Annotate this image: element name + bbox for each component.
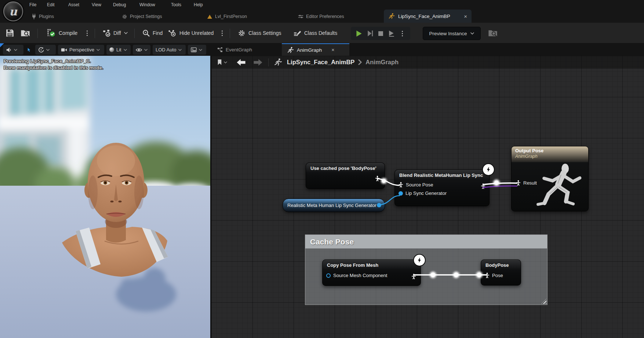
viewport-options-button[interactable] <box>3 45 23 55</box>
source-pose-input-pin[interactable] <box>399 182 403 188</box>
preview-instance-dropdown[interactable]: Preview Instance <box>423 27 481 40</box>
class-settings-button[interactable]: Class Settings <box>238 23 281 43</box>
toolbar-separator <box>134 29 135 38</box>
class-defaults-button[interactable]: Class Defaults <box>294 23 337 43</box>
stop-icon[interactable] <box>378 31 383 36</box>
skip-to-end-icon[interactable] <box>389 30 394 37</box>
breadcrumb-root[interactable]: LipSync_Face_AnimBP <box>287 59 354 66</box>
pose-input-pin[interactable] <box>485 273 490 278</box>
menu-view[interactable]: View <box>92 2 101 7</box>
node-lipsync-generator-variable[interactable]: Realistic Meta Human Lip Sync Generator <box>283 199 385 212</box>
mannequin-graphic <box>534 163 587 209</box>
lod-dropdown[interactable]: LOD Auto <box>153 45 186 55</box>
fast-path-badge <box>482 163 495 176</box>
lightning-icon <box>416 257 422 263</box>
tab-animgraph[interactable]: AnimGraph × <box>282 43 349 56</box>
simulation-controls <box>351 27 410 40</box>
show-flags-dropdown[interactable] <box>133 45 150 55</box>
transform-tool-button[interactable] <box>35 45 56 55</box>
unreal-logo-icon: u <box>3 1 23 21</box>
folder-search-icon <box>21 29 30 37</box>
secondary-strip: Perspective Lit LOD Auto EventGraph Anim <box>0 43 644 56</box>
save-button[interactable] <box>6 23 14 43</box>
breadcrumb-runner-icon <box>274 58 282 66</box>
bookmark-button[interactable] <box>217 59 227 65</box>
browse-asset-button[interactable] <box>21 23 30 43</box>
chevron-down-icon <box>97 49 100 51</box>
node-copy-pose-from-mesh[interactable]: Copy Pose From Mesh Source Mesh Componen… <box>322 259 421 286</box>
node-body-pose[interactable]: BodyPose Pose <box>481 259 521 286</box>
select-tool-button[interactable] <box>24 45 34 55</box>
pose-output-pin[interactable] <box>411 274 416 279</box>
step-forward-icon[interactable] <box>367 30 373 37</box>
lip-sync-generator-input-pin[interactable] <box>399 191 403 196</box>
unreal-editor-window: File Edit Asset View Debug Window Tools … <box>0 0 644 338</box>
breadcrumb-current[interactable]: AnimGraph <box>365 59 399 66</box>
pose-output-pin[interactable] <box>481 183 485 189</box>
tab-eventgraph[interactable]: EventGraph <box>212 43 257 56</box>
menu-edit[interactable]: Edit <box>47 2 55 7</box>
tab-lvl-firstperson[interactable]: Lvl_FirstPerson <box>207 12 247 21</box>
cursor-icon <box>27 47 31 53</box>
node-output-pose[interactable]: Output Pose AnimGraph Result <box>511 146 589 211</box>
tab-lipsync-face-animbp[interactable]: LipSync_Face_AnimBP × <box>384 10 472 23</box>
preview-3d-scene <box>0 56 211 338</box>
preview-viewport[interactable]: Previewing LipSync_Face_AnimBP_C. Bone m… <box>0 56 211 338</box>
browse-preview-button[interactable] <box>488 23 498 43</box>
sliders-icon <box>298 14 303 19</box>
chevron-down-icon <box>224 61 227 63</box>
comment-resize-handle[interactable] <box>541 299 546 304</box>
menu-file[interactable]: File <box>29 2 36 7</box>
speaker-icon <box>6 47 12 53</box>
chevron-down-icon <box>178 49 182 51</box>
generator-output-pin[interactable] <box>377 203 381 207</box>
diff-button[interactable]: Diff <box>103 23 128 43</box>
find-button[interactable]: Find <box>142 23 163 43</box>
tab-plugins[interactable]: Plugins <box>32 12 54 21</box>
image-icon <box>191 47 197 52</box>
node-use-cached-pose[interactable]: Use cached pose 'BodyPose' <box>306 163 385 189</box>
lit-sphere-icon <box>109 47 114 52</box>
asset-tab-row: Plugins Project Settings Lvl_FirstPerson… <box>0 10 644 23</box>
view-mode-dropdown[interactable]: Lit <box>106 45 131 55</box>
menu-debug[interactable]: Debug <box>113 2 126 7</box>
compile-icon <box>47 29 56 37</box>
eye-icon <box>136 48 142 52</box>
gear-icon <box>122 14 127 19</box>
blueprint-toolbar: Compile Diff Find Hide Unrelated Class S… <box>0 23 644 43</box>
tab-close-icon[interactable]: × <box>464 14 467 19</box>
gear-icon <box>238 29 245 37</box>
node-blend-lipsync[interactable]: Blend Realistic MetaHuman Lip Sync Sourc… <box>394 170 490 206</box>
pose-output-pin[interactable] <box>375 176 380 181</box>
chevron-down-icon <box>14 49 17 51</box>
comment-header[interactable]: Cache Pose <box>305 235 547 248</box>
menu-tools[interactable]: Tools <box>171 2 181 7</box>
screenshot-dropdown[interactable] <box>188 45 206 55</box>
tab-close-icon[interactable]: × <box>331 47 334 53</box>
back-arrow-icon[interactable] <box>237 59 245 66</box>
chevron-down-icon <box>470 32 474 34</box>
kebab-icon[interactable] <box>400 29 405 38</box>
breadcrumb-bar: LipSync_Face_AnimBP AnimGraph <box>211 56 644 69</box>
compile-button[interactable]: Compile <box>47 23 77 43</box>
hide-unrelated-button[interactable]: Hide Unrelated <box>168 23 214 43</box>
hide-unrelated-icon <box>168 30 177 37</box>
forward-arrow-icon[interactable] <box>254 59 262 66</box>
menu-window[interactable]: Window <box>139 2 155 7</box>
level-icon <box>207 14 212 19</box>
tab-project-settings[interactable]: Project Settings <box>122 12 162 21</box>
animbp-runner-icon <box>388 13 395 19</box>
source-mesh-input-pin[interactable] <box>326 273 331 278</box>
rotate-icon <box>38 47 44 53</box>
play-icon[interactable] <box>356 30 362 37</box>
compile-options-button[interactable] <box>84 23 90 43</box>
menu-help[interactable]: Help <box>194 2 203 7</box>
chevron-down-icon <box>199 49 202 51</box>
result-input-pin[interactable] <box>516 180 521 186</box>
menu-bar: File Edit Asset View Debug Window Tools … <box>0 0 644 10</box>
menu-asset[interactable]: Asset <box>68 2 79 7</box>
breadcrumb-separator <box>268 58 269 66</box>
camera-mode-dropdown[interactable]: Perspective <box>58 45 104 55</box>
tab-editor-preferences[interactable]: Editor Preferences <box>298 12 344 21</box>
hide-unrelated-options-button[interactable] <box>219 23 225 43</box>
